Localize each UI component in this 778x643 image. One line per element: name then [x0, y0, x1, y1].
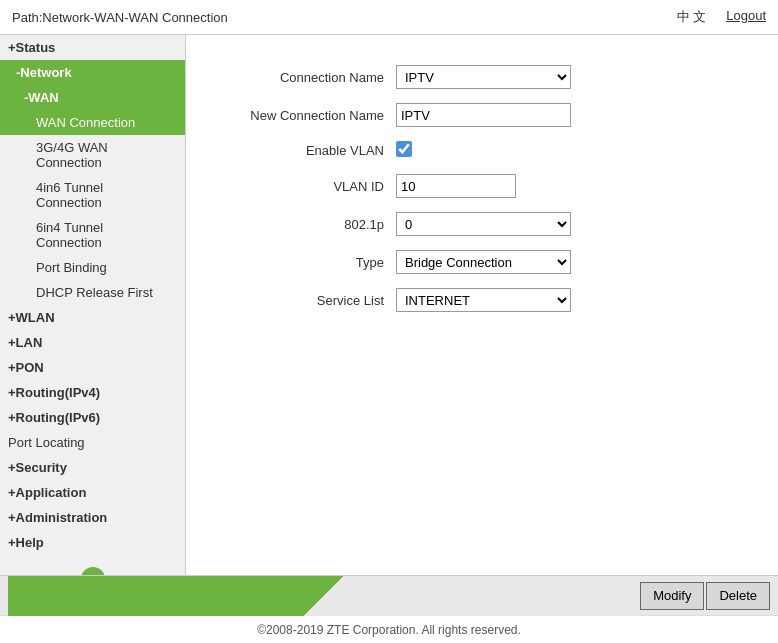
sidebar-item-routing-ipv4[interactable]: +Routing(IPv4) [0, 380, 185, 405]
top-bar: Path:Network-WAN-WAN Connection 中 文 Logo… [0, 0, 778, 35]
footer: ©2008-2019 ZTE Corporation. All rights r… [0, 615, 778, 643]
breadcrumb: Path:Network-WAN-WAN Connection [12, 10, 228, 25]
connection-name-select[interactable]: IPTV [396, 65, 571, 89]
sidebar-item-network[interactable]: -Network [0, 60, 185, 85]
type-label: Type [216, 255, 396, 270]
content-area: Connection Name IPTV New Connection Name… [186, 35, 778, 575]
new-connection-name-control [396, 103, 571, 127]
service-list-control: INTERNET IPTV VOIP [396, 288, 571, 312]
sidebar-item-wan[interactable]: -WAN [0, 85, 185, 110]
new-connection-name-label: New Connection Name [216, 108, 396, 123]
sidebar-item-help[interactable]: +Help [0, 530, 185, 555]
main-layout: +Status -Network -WAN WAN Connection 3G/… [0, 35, 778, 575]
copyright-text: ©2008-2019 ZTE Corporation. All rights r… [257, 623, 521, 637]
sidebar-item-6in4[interactable]: 6in4 TunnelConnection [0, 215, 185, 255]
modify-button[interactable]: Modify [640, 582, 704, 610]
dot1p-label: 802.1p [216, 217, 396, 232]
new-connection-name-input[interactable] [396, 103, 571, 127]
wan-connection-form: Connection Name IPTV New Connection Name… [216, 65, 748, 312]
sidebar-item-port-binding[interactable]: Port Binding [0, 255, 185, 280]
sidebar-item-routing-ipv6[interactable]: +Routing(IPv6) [0, 405, 185, 430]
connection-name-row: Connection Name IPTV [216, 65, 748, 89]
vlan-id-input[interactable] [396, 174, 516, 198]
bottom-bar: Modify Delete [0, 575, 778, 615]
language-switch[interactable]: 中 文 [677, 8, 707, 26]
service-list-select[interactable]: INTERNET IPTV VOIP [396, 288, 571, 312]
help-icon-button[interactable]: ? [81, 567, 105, 575]
connection-name-label: Connection Name [216, 70, 396, 85]
sidebar-item-wan-connection[interactable]: WAN Connection [0, 110, 185, 135]
sidebar-item-lan[interactable]: +LAN [0, 330, 185, 355]
sidebar-item-3g4g[interactable]: 3G/4G WANConnection [0, 135, 185, 175]
dot1p-row: 802.1p 0 1 2 3 4 5 6 7 [216, 212, 748, 236]
sidebar-bottom: ? [0, 555, 185, 575]
type-control: Bridge Connection PPPoE IPoE Static IP [396, 250, 571, 274]
enable-vlan-row: Enable VLAN [216, 141, 748, 160]
dot1p-select[interactable]: 0 1 2 3 4 5 6 7 [396, 212, 571, 236]
sidebar-item-security[interactable]: +Security [0, 455, 185, 480]
sidebar-item-wlan[interactable]: +WLAN [0, 305, 185, 330]
service-list-label: Service List [216, 293, 396, 308]
vlan-id-row: VLAN ID [216, 174, 748, 198]
type-select[interactable]: Bridge Connection PPPoE IPoE Static IP [396, 250, 571, 274]
enable-vlan-control [396, 141, 412, 160]
vlan-id-label: VLAN ID [216, 179, 396, 194]
sidebar: +Status -Network -WAN WAN Connection 3G/… [0, 35, 186, 575]
sidebar-item-application[interactable]: +Application [0, 480, 185, 505]
sidebar-item-administration[interactable]: +Administration [0, 505, 185, 530]
sidebar-item-dhcp-release[interactable]: DHCP Release First [0, 280, 185, 305]
dot1p-control: 0 1 2 3 4 5 6 7 [396, 212, 571, 236]
sidebar-item-pon[interactable]: +PON [0, 355, 185, 380]
service-list-row: Service List INTERNET IPTV VOIP [216, 288, 748, 312]
vlan-id-control [396, 174, 516, 198]
sidebar-item-port-locating[interactable]: Port Locating [0, 430, 185, 455]
new-connection-name-row: New Connection Name [216, 103, 748, 127]
top-right-actions: 中 文 Logout [677, 8, 766, 26]
enable-vlan-label: Enable VLAN [216, 143, 396, 158]
green-stripe [8, 576, 638, 616]
type-row: Type Bridge Connection PPPoE IPoE Static… [216, 250, 748, 274]
delete-button[interactable]: Delete [706, 582, 770, 610]
logout-button[interactable]: Logout [726, 8, 766, 26]
connection-name-control: IPTV [396, 65, 571, 89]
sidebar-item-4in6[interactable]: 4in6 TunnelConnection [0, 175, 185, 215]
sidebar-item-status[interactable]: +Status [0, 35, 185, 60]
enable-vlan-checkbox[interactable] [396, 141, 412, 157]
